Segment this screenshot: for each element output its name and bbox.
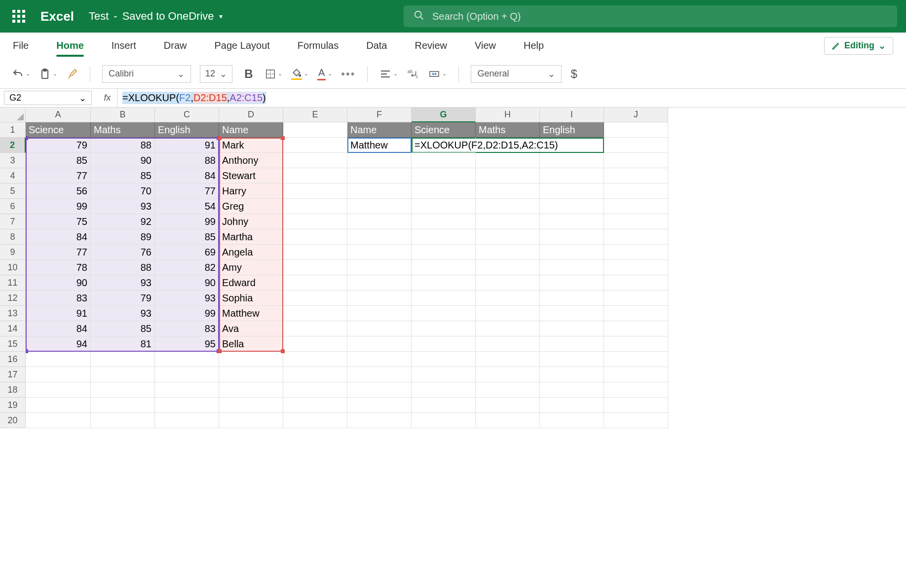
cell-G5[interactable] [412, 184, 476, 199]
cell-B2[interactable]: 88 [91, 138, 155, 153]
cell-B17[interactable] [91, 367, 155, 382]
cell-I16[interactable] [540, 352, 604, 367]
cell-I17[interactable] [540, 367, 604, 382]
cell-E11[interactable] [283, 275, 347, 291]
cell-G7[interactable] [412, 214, 476, 229]
formula-bar[interactable]: =XLOOKUP(F2,D2:D15,A2:C15) [117, 89, 906, 107]
cell-H8[interactable] [476, 229, 540, 245]
cell-G4[interactable] [412, 168, 476, 184]
cell-E8[interactable] [283, 229, 347, 245]
cell-E3[interactable] [283, 153, 347, 168]
cell-B12[interactable]: 79 [91, 291, 155, 306]
cell-C19[interactable] [155, 398, 219, 413]
column-header-I[interactable]: I [540, 108, 604, 122]
cell-B1[interactable]: Maths [91, 122, 155, 138]
cell-G16[interactable] [412, 352, 476, 367]
cell-D7[interactable]: Johny [219, 214, 283, 229]
format-painter-button[interactable] [66, 65, 78, 83]
cell-G3[interactable] [412, 153, 476, 168]
row-header-19[interactable]: 19 [0, 398, 26, 413]
cell-J19[interactable] [604, 398, 668, 413]
cells-area[interactable]: ScienceMathsEnglishNameNameScienceMathsE… [26, 122, 906, 428]
cell-J16[interactable] [604, 352, 668, 367]
column-header-A[interactable]: A [26, 108, 91, 122]
cell-J17[interactable] [604, 367, 668, 382]
row-header-1[interactable]: 1 [0, 122, 26, 138]
cell-A12[interactable]: 83 [26, 291, 91, 306]
cell-G11[interactable] [412, 275, 476, 291]
font-color-button[interactable]: A ⌄ [317, 65, 332, 83]
cell-C18[interactable] [155, 382, 219, 398]
borders-button[interactable]: ⌄ [265, 65, 282, 83]
cell-C4[interactable]: 84 [155, 168, 219, 184]
row-header-18[interactable]: 18 [0, 382, 26, 398]
column-header-B[interactable]: B [91, 108, 155, 122]
cell-A20[interactable] [26, 413, 91, 428]
cell-G14[interactable] [412, 321, 476, 336]
cell-F7[interactable] [347, 214, 412, 229]
cell-B18[interactable] [91, 382, 155, 398]
cell-D2[interactable]: Mark [219, 138, 283, 153]
cell-B19[interactable] [91, 398, 155, 413]
cell-C17[interactable] [155, 367, 219, 382]
cell-E13[interactable] [283, 306, 347, 321]
row-header-10[interactable]: 10 [0, 260, 26, 275]
row-header-14[interactable]: 14 [0, 321, 26, 336]
cell-D18[interactable] [219, 382, 283, 398]
cell-I8[interactable] [540, 229, 604, 245]
search-input[interactable] [432, 11, 887, 22]
cell-J14[interactable] [604, 321, 668, 336]
column-header-H[interactable]: H [476, 108, 540, 122]
cell-H9[interactable] [476, 245, 540, 260]
cell-A14[interactable]: 84 [26, 321, 91, 336]
cell-D20[interactable] [219, 413, 283, 428]
cell-A5[interactable]: 56 [26, 184, 91, 199]
cell-F2[interactable]: Matthew [347, 138, 412, 153]
row-header-13[interactable]: 13 [0, 306, 26, 321]
cell-B4[interactable]: 85 [91, 168, 155, 184]
cell-B10[interactable]: 88 [91, 260, 155, 275]
cell-C15[interactable]: 95 [155, 336, 219, 352]
cell-I11[interactable] [540, 275, 604, 291]
row-header-6[interactable]: 6 [0, 199, 26, 214]
cell-G19[interactable] [412, 398, 476, 413]
row-header-11[interactable]: 11 [0, 275, 26, 291]
cell-I10[interactable] [540, 260, 604, 275]
editing-mode-button[interactable]: Editing ⌄ [824, 37, 893, 55]
cell-D6[interactable]: Greg [219, 199, 283, 214]
cell-I3[interactable] [540, 153, 604, 168]
cell-E6[interactable] [283, 199, 347, 214]
cell-J11[interactable] [604, 275, 668, 291]
cell-D17[interactable] [219, 367, 283, 382]
cell-B6[interactable]: 93 [91, 199, 155, 214]
column-header-F[interactable]: F [347, 108, 412, 122]
cell-F15[interactable] [347, 336, 412, 352]
cell-J15[interactable] [604, 336, 668, 352]
cell-C10[interactable]: 82 [155, 260, 219, 275]
cell-B5[interactable]: 70 [91, 184, 155, 199]
cell-J10[interactable] [604, 260, 668, 275]
cell-A8[interactable]: 84 [26, 229, 91, 245]
cell-G20[interactable] [412, 413, 476, 428]
cell-H18[interactable] [476, 382, 540, 398]
cell-H15[interactable] [476, 336, 540, 352]
cell-F4[interactable] [347, 168, 412, 184]
cell-I6[interactable] [540, 199, 604, 214]
cell-A16[interactable] [26, 352, 91, 367]
cell-F14[interactable] [347, 321, 412, 336]
cell-E4[interactable] [283, 168, 347, 184]
cell-G2[interactable]: =XLOOKUP(F2,D2:D15,A2:C15) [412, 138, 476, 153]
cell-F12[interactable] [347, 291, 412, 306]
cell-G1[interactable]: Science [412, 122, 476, 138]
cell-C6[interactable]: 54 [155, 199, 219, 214]
row-header-12[interactable]: 12 [0, 291, 26, 306]
cell-F19[interactable] [347, 398, 412, 413]
select-all-corner[interactable] [0, 108, 26, 122]
cell-E14[interactable] [283, 321, 347, 336]
cell-I15[interactable] [540, 336, 604, 352]
tab-formulas[interactable]: Formulas [298, 33, 339, 59]
currency-button[interactable]: $ [570, 65, 577, 83]
cell-H1[interactable]: Maths [476, 122, 540, 138]
cell-A15[interactable]: 94 [26, 336, 91, 352]
cell-B20[interactable] [91, 413, 155, 428]
